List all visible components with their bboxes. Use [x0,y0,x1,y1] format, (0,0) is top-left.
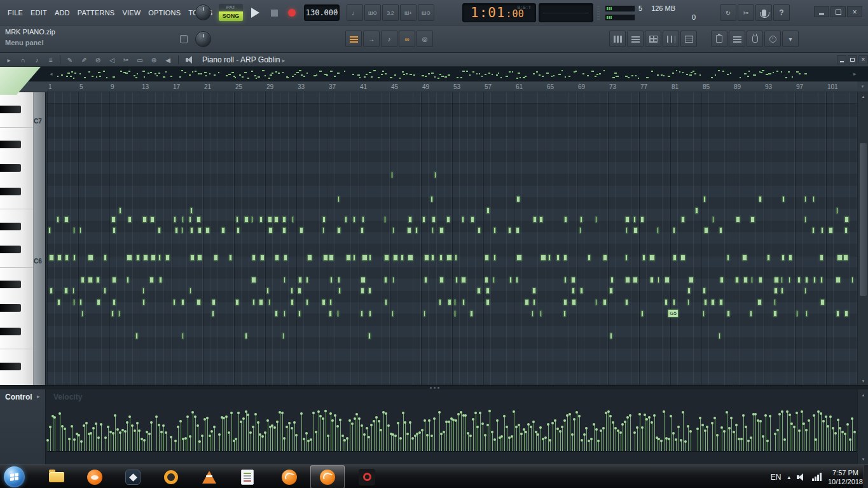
velocity-bar[interactable] [289,424,290,451]
velocity-bar[interactable] [162,433,162,451]
note[interactable] [392,227,394,234]
velocity-bar[interactable] [649,418,650,451]
preview-scroll-left-icon[interactable]: ◂ [50,71,53,77]
note[interactable] [97,299,100,305]
note[interactable] [539,216,543,223]
menu-add[interactable]: ADD [51,9,74,17]
note[interactable] [300,227,303,234]
note[interactable] [96,277,100,283]
velocity-bar[interactable] [163,426,164,451]
note[interactable] [127,254,132,261]
velocity-bar[interactable] [731,419,732,451]
note[interactable] [73,227,75,234]
horizontal-scroll-strip[interactable] [0,385,868,389]
note[interactable] [743,277,748,283]
note[interactable] [673,254,677,261]
taskbar-media-player[interactable] [154,465,188,488]
piano-roll-close-button[interactable]: × [858,55,868,64]
menu-patterns[interactable]: PATTERNS [74,9,119,17]
tempo-display[interactable]: 130.000 ▴ ▾ [304,4,340,21]
note[interactable] [525,299,529,305]
note[interactable] [322,299,326,305]
velocity-bar[interactable] [374,422,375,451]
velocity-bar[interactable] [212,432,212,451]
vertical-scrollbar[interactable]: ▴ ▾ [857,92,868,385]
velocity-bar[interactable] [53,417,53,451]
note[interactable] [266,288,269,294]
note[interactable] [407,227,411,234]
note[interactable] [609,288,613,294]
velocity-bar[interactable] [707,428,708,451]
velocity-bar[interactable] [359,419,360,451]
note[interactable] [461,277,466,283]
velocity-bar[interactable] [50,428,51,451]
note[interactable] [369,254,371,261]
velocity-bar[interactable] [256,415,256,451]
velocity-bar[interactable] [681,441,682,451]
control-label[interactable]: Control [5,393,32,401]
note[interactable] [244,216,249,223]
volume-icon[interactable] [797,473,806,481]
velocity-bar[interactable] [645,415,645,451]
velocity-bar[interactable] [746,428,747,451]
note[interactable] [190,254,195,261]
pat-song-switch[interactable]: PAT SONG [219,4,243,21]
note[interactable] [159,277,162,283]
velocity-bar[interactable] [541,428,541,451]
select-tool-button[interactable]: ▭ [134,54,146,66]
note[interactable] [64,216,69,223]
velocity-bar[interactable] [598,442,599,451]
note[interactable] [548,254,551,261]
velocity-bar[interactable] [81,442,82,451]
velocity-bar[interactable] [171,438,172,451]
velocity-bar[interactable] [799,431,800,451]
note[interactable] [704,299,707,305]
piano-roll-button[interactable] [627,31,644,47]
velocity-bar[interactable] [111,433,111,451]
note[interactable] [796,310,798,317]
velocity-bar[interactable] [589,442,589,451]
velocity-bar[interactable] [96,424,97,451]
taskbar-fl-studio-active[interactable] [310,465,345,488]
note[interactable] [362,216,364,223]
velocity-bar[interactable] [715,419,715,451]
velocity-bar[interactable] [439,413,440,451]
note[interactable] [820,277,823,283]
velocity-bar[interactable] [79,436,79,451]
velocity-bar[interactable] [830,417,831,451]
show-desktop-button[interactable] [864,465,868,488]
note[interactable] [843,254,848,261]
mic-button[interactable] [755,4,772,21]
velocity-bar[interactable] [108,428,109,451]
velocity-bar[interactable] [357,415,357,451]
velocity-bar[interactable] [754,415,754,451]
note[interactable] [844,216,849,223]
velocity-bar[interactable] [855,433,855,451]
minimize-button[interactable] [814,6,829,17]
note[interactable] [298,277,302,283]
velocity-bar[interactable] [326,412,326,451]
note[interactable] [298,310,301,317]
note[interactable] [189,216,191,223]
velocity-bar[interactable] [251,433,251,451]
velocity-bar[interactable] [84,426,85,451]
note[interactable] [610,277,614,283]
piano-key-black[interactable] [0,328,21,335]
velocity-bar[interactable] [582,441,582,451]
play-button[interactable] [247,5,263,20]
control-scrollbar[interactable]: ▴ ▾ [857,389,868,464]
piano-roll-maximize-button[interactable] [848,55,857,64]
taskbar-text-editor[interactable] [230,465,265,488]
velocity-bar[interactable] [178,428,179,451]
velocity-bar[interactable] [272,426,273,451]
note[interactable] [251,216,253,223]
velocity-bar[interactable] [816,440,816,451]
velocity-bar[interactable] [323,419,324,451]
note[interactable] [424,310,425,317]
velocity-bar[interactable] [654,416,655,451]
note[interactable] [673,227,675,234]
note[interactable] [782,254,785,261]
note[interactable] [298,288,301,294]
velocity-bar[interactable] [434,419,435,451]
note[interactable] [127,277,129,283]
